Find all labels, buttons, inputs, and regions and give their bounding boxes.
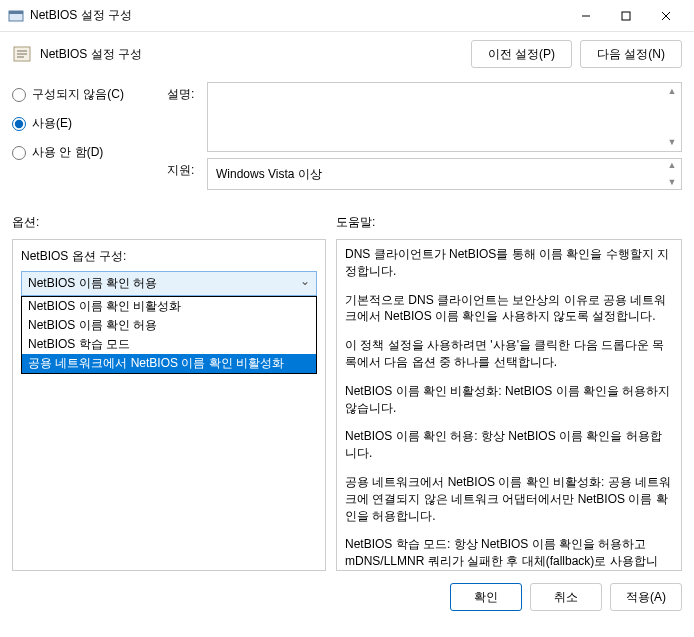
policy-icon <box>12 44 32 64</box>
svg-rect-1 <box>9 11 23 14</box>
next-setting-button[interactable]: 다음 설정(N) <box>580 40 682 68</box>
dropdown-item[interactable]: NetBIOS 학습 모드 <box>22 335 316 354</box>
dropdown-item[interactable]: NetBIOS 이름 확인 허용 <box>22 316 316 335</box>
minimize-button[interactable] <box>566 2 606 30</box>
radio-enabled-input[interactable] <box>12 117 26 131</box>
footer: 확인 취소 적용(A) <box>0 571 694 623</box>
scroll-down-icon[interactable]: ▼ <box>667 138 677 147</box>
close-button[interactable] <box>646 2 686 30</box>
maximize-button[interactable] <box>606 2 646 30</box>
supported-text: Windows Vista 이상 <box>216 166 322 183</box>
radio-enabled[interactable]: 사용(E) <box>12 115 167 132</box>
window-controls <box>566 2 686 30</box>
netbios-dropdown[interactable]: NetBIOS 이름 확인 허용 NetBIOS 이름 확인 비활성화NetBI… <box>21 271 317 296</box>
radio-disabled-label: 사용 안 함(D) <box>32 144 103 161</box>
config-section: 구성되지 않음(C) 사용(E) 사용 안 함(D) 설명: ▲ ▼ 지원: W… <box>0 76 694 202</box>
radio-not-configured-label: 구성되지 않음(C) <box>32 86 124 103</box>
help-paragraph: 기본적으로 DNS 클라이언트는 보안상의 이유로 공용 네트워크에서 NetB… <box>345 292 673 326</box>
radio-disabled[interactable]: 사용 안 함(D) <box>12 144 167 161</box>
options-title: NetBIOS 옵션 구성: <box>21 248 317 265</box>
dropdown-list: NetBIOS 이름 확인 비활성화NetBIOS 이름 확인 허용NetBIO… <box>21 296 317 374</box>
scroll-down-icon[interactable]: ▼ <box>667 178 677 187</box>
ok-button[interactable]: 확인 <box>450 583 522 611</box>
help-text: DNS 클라이언트가 NetBIOS를 통해 이름 확인을 수행할지 지정합니다… <box>345 246 673 571</box>
dropdown-item[interactable]: 공용 네트워크에서 NetBIOS 이름 확인 비활성화 <box>22 354 316 373</box>
dropdown-selected[interactable]: NetBIOS 이름 확인 허용 <box>21 271 317 296</box>
state-radio-group: 구성되지 않음(C) 사용(E) 사용 안 함(D) <box>12 82 167 196</box>
titlebar: NetBIOS 설정 구성 <box>0 0 694 32</box>
previous-setting-button[interactable]: 이전 설정(P) <box>471 40 572 68</box>
help-paragraph: NetBIOS 이름 확인 허용: 항상 NetBIOS 이름 확인을 허용합니… <box>345 428 673 462</box>
apply-button[interactable]: 적용(A) <box>610 583 682 611</box>
help-panel[interactable]: DNS 클라이언트가 NetBIOS를 통해 이름 확인을 수행할지 지정합니다… <box>336 239 682 571</box>
radio-disabled-input[interactable] <box>12 146 26 160</box>
header: NetBIOS 설정 구성 이전 설정(P) 다음 설정(N) <box>0 32 694 76</box>
help-paragraph: 이 정책 설정을 사용하려면 '사용'을 클릭한 다음 드롭다운 목록에서 다음… <box>345 337 673 371</box>
dropdown-item[interactable]: NetBIOS 이름 확인 비활성화 <box>22 297 316 316</box>
scroll-up-icon[interactable]: ▲ <box>667 87 677 96</box>
supported-label: 지원: <box>167 158 207 190</box>
radio-not-configured[interactable]: 구성되지 않음(C) <box>12 86 167 103</box>
section-labels: 옵션: 도움말: <box>0 202 694 239</box>
radio-not-configured-input[interactable] <box>12 88 26 102</box>
description-box[interactable]: ▲ ▼ <box>207 82 682 152</box>
help-paragraph: NetBIOS 학습 모드: 항상 NetBIOS 이름 확인을 허용하고 mD… <box>345 536 673 571</box>
window-title: NetBIOS 설정 구성 <box>30 7 566 24</box>
description-label: 설명: <box>167 82 207 152</box>
scroll-up-icon[interactable]: ▲ <box>667 161 677 170</box>
help-paragraph: NetBIOS 이름 확인 비활성화: NetBIOS 이름 확인을 허용하지 … <box>345 383 673 417</box>
cancel-button[interactable]: 취소 <box>530 583 602 611</box>
help-paragraph: 공용 네트워크에서 NetBIOS 이름 확인 비활성화: 공용 네트워크에 연… <box>345 474 673 524</box>
options-panel: NetBIOS 옵션 구성: NetBIOS 이름 확인 허용 NetBIOS … <box>12 239 326 571</box>
content-row: NetBIOS 옵션 구성: NetBIOS 이름 확인 허용 NetBIOS … <box>0 239 694 571</box>
supported-box[interactable]: Windows Vista 이상 ▲ ▼ <box>207 158 682 190</box>
window-icon <box>8 8 24 24</box>
help-section-label: 도움말: <box>336 214 375 231</box>
header-title: NetBIOS 설정 구성 <box>40 46 471 63</box>
help-paragraph: DNS 클라이언트가 NetBIOS를 통해 이름 확인을 수행할지 지정합니다… <box>345 246 673 280</box>
svg-rect-3 <box>622 12 630 20</box>
radio-enabled-label: 사용(E) <box>32 115 72 132</box>
options-section-label: 옵션: <box>12 214 336 231</box>
